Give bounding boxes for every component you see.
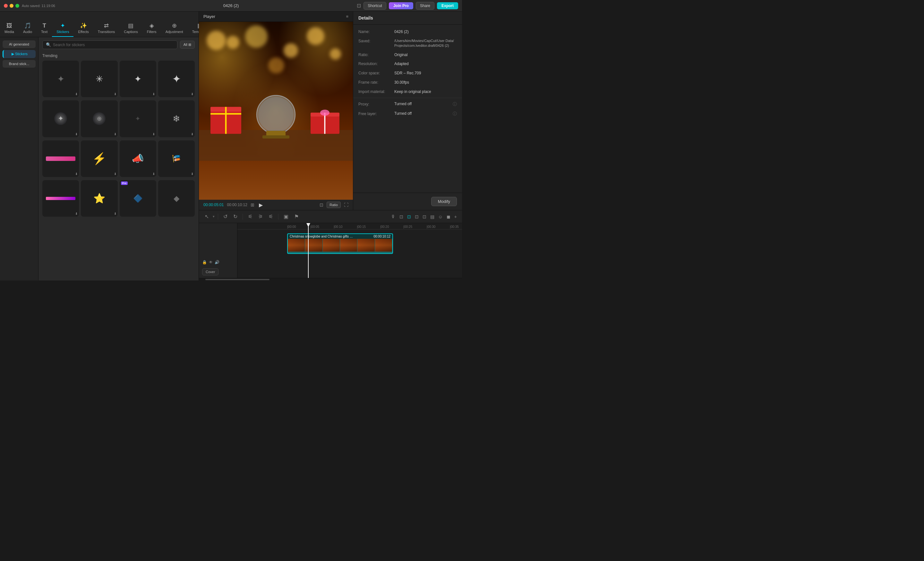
redo-button[interactable]: ↻ <box>231 212 239 221</box>
eye-icon[interactable]: 👁 <box>209 260 213 265</box>
sticker-item[interactable]: 🎏 ⬇ <box>158 141 195 177</box>
maximize-button[interactable] <box>15 4 19 8</box>
sticker-item[interactable]: ✦ ⬇ <box>158 61 195 97</box>
tab-media[interactable]: 🖼 Media <box>0 21 19 37</box>
search-icon: 🔍 <box>46 42 51 47</box>
tab-effects[interactable]: ✨ Effects <box>74 21 93 37</box>
close-button[interactable] <box>4 4 8 8</box>
split-keep-right[interactable]: ⚟ <box>267 212 275 221</box>
color-button[interactable]: ◼ <box>446 213 452 221</box>
proxy-info-icon[interactable]: ⓘ <box>453 101 457 107</box>
details-footer: Modify <box>353 193 462 210</box>
export-button[interactable]: Export <box>437 2 458 9</box>
ai-generated-button[interactable]: AI generated <box>3 40 36 48</box>
share-button[interactable]: Share <box>416 2 434 10</box>
audio-track-icon[interactable]: 🔊 <box>214 260 219 265</box>
player-video <box>199 22 353 200</box>
search-input-wrap[interactable]: 🔍 <box>42 40 177 49</box>
freelayer-info-icon[interactable]: ⓘ <box>453 111 457 117</box>
track-type-button[interactable]: ⊡ <box>414 213 420 221</box>
download-icon: ⬇ <box>191 172 194 176</box>
glow-soft-icon: ⊕ <box>93 112 105 125</box>
tab-text[interactable]: T Text <box>37 21 52 37</box>
play-button[interactable]: ▶ <box>258 202 264 208</box>
tab-audio[interactable]: 🎵 Audio <box>19 21 37 37</box>
transitions-icon: ⇄ <box>104 23 109 28</box>
fullscreen-button[interactable]: ⛶ <box>344 202 348 207</box>
sticker-item[interactable]: ⭐ ⬇ <box>81 180 117 217</box>
shortcut-button[interactable]: Shortcut <box>363 2 386 10</box>
saved-label: Saved: <box>358 39 390 43</box>
sticker-item[interactable]: ✦ ⬇ <box>42 61 79 97</box>
sticker-item[interactable]: ⬇ <box>42 141 79 177</box>
proxy-label: Proxy: <box>358 102 390 106</box>
join-pro-button[interactable]: Join Pro <box>389 2 413 9</box>
import-value: Keep in original place <box>394 89 431 94</box>
time-current: 00:00:05:01 <box>203 203 224 207</box>
flag-button[interactable]: ⚑ <box>292 212 301 221</box>
screenshot-button[interactable]: ⊡ <box>320 202 323 207</box>
sticker-item[interactable]: ⚡ ⬇ <box>81 141 117 177</box>
link-clip-button[interactable]: ⊡ <box>398 213 405 221</box>
sticker-item[interactable]: ⊕ ⬇ <box>81 100 117 137</box>
sticker-item[interactable]: ✦ ⬇ <box>42 100 79 137</box>
video-clip[interactable]: Christmas snowglobe and Christmas gifts … <box>287 233 393 254</box>
grid-view-button[interactable]: ⊞ <box>250 202 254 207</box>
modify-button[interactable]: Modify <box>431 197 457 206</box>
undo-button[interactable]: ↺ <box>221 212 230 221</box>
traffic-lights <box>4 4 19 8</box>
framerate-label: Frame rate: <box>358 80 390 85</box>
sticker-item[interactable]: ❄ ⬇ <box>158 100 195 137</box>
lock-icon[interactable]: 🔒 <box>202 260 207 265</box>
split-keep-left[interactable]: ⚞ <box>256 212 265 221</box>
caption-button[interactable]: ▤ <box>429 213 436 221</box>
tab-captions[interactable]: ▤ Captions <box>119 21 142 37</box>
filter-button[interactable]: All ⊞ <box>180 41 195 49</box>
mic-button[interactable]: 🎙 <box>390 213 397 221</box>
download-icon: ⬇ <box>75 212 78 215</box>
search-input[interactable] <box>53 43 174 47</box>
detail-row-name: Name: 0426 (2) <box>353 27 462 37</box>
select-tool-button[interactable]: ↖ <box>203 212 211 221</box>
split-track-button[interactable]: ⊡ <box>421 213 428 221</box>
stickers-nav-button[interactable]: ▶ Stickers <box>3 50 36 58</box>
ratio-button[interactable]: Ratio <box>327 202 341 208</box>
tab-transitions[interactable]: ⇄ Transitions <box>93 21 119 37</box>
sticker-item[interactable]: 📣 ⬇ <box>120 141 156 177</box>
scrollbar-thumb[interactable] <box>206 279 270 280</box>
tab-adjustment[interactable]: ⊕ Adjustment <box>161 21 188 37</box>
pro-badge: Pro <box>121 181 128 185</box>
brand-stickers-button[interactable]: Brand stick... <box>3 60 36 67</box>
cover-button[interactable]: Cover <box>202 268 219 275</box>
minimize-button[interactable] <box>10 4 14 8</box>
thumb-6 <box>375 239 392 252</box>
tab-filters[interactable]: ◈ Filters <box>142 21 161 37</box>
glow-icon: ✦ <box>54 112 67 125</box>
tab-stickers[interactable]: ✦ Stickers <box>52 21 74 37</box>
sidebar-nav: AI generated ▶ Stickers Brand stick... <box>0 37 39 280</box>
sticker-item[interactable]: Pro 🔷 <box>120 180 156 217</box>
detail-row-colorspace: Color space: SDR – Rec.709 <box>353 69 462 78</box>
sticker-item[interactable]: ✦ ⬇ <box>120 100 156 137</box>
detail-row-import: Import material: Keep in original place <box>353 87 462 96</box>
sticker-item[interactable]: ⬇ <box>42 180 79 217</box>
freelayer-label: Free layer: <box>358 111 390 116</box>
main-track-button[interactable]: ⊡ <box>406 213 412 221</box>
timeline-scrollbar[interactable] <box>199 278 462 280</box>
split-button[interactable]: ⚟ <box>246 212 254 221</box>
sticker-item[interactable]: ◆ <box>158 180 195 217</box>
ruler-mark-10: |00:10 <box>334 225 343 229</box>
emoji-button[interactable]: ☺ <box>437 213 444 221</box>
select-dropdown-icon[interactable]: ▾ <box>213 214 214 218</box>
stickers-grid-container[interactable]: Trending ✦ ⬇ ✳ ⬇ ✦ ⬇ <box>39 51 199 280</box>
sticker-item[interactable]: ✳ ⬇ <box>81 61 117 97</box>
player-menu-icon[interactable]: ≡ <box>346 14 348 19</box>
sticker-item[interactable]: ✦ ⬇ <box>120 61 156 97</box>
thumb-2 <box>305 239 322 252</box>
filters-icon: ◈ <box>150 23 154 28</box>
zoom-button[interactable]: + <box>453 213 458 221</box>
tab-effects-label: Effects <box>78 30 88 34</box>
sidebar-content: AI generated ▶ Stickers Brand stick... 🔍… <box>0 37 199 280</box>
crop-button[interactable]: ▣ <box>282 212 290 221</box>
tab-adjustment-label: Adjustment <box>165 30 183 34</box>
